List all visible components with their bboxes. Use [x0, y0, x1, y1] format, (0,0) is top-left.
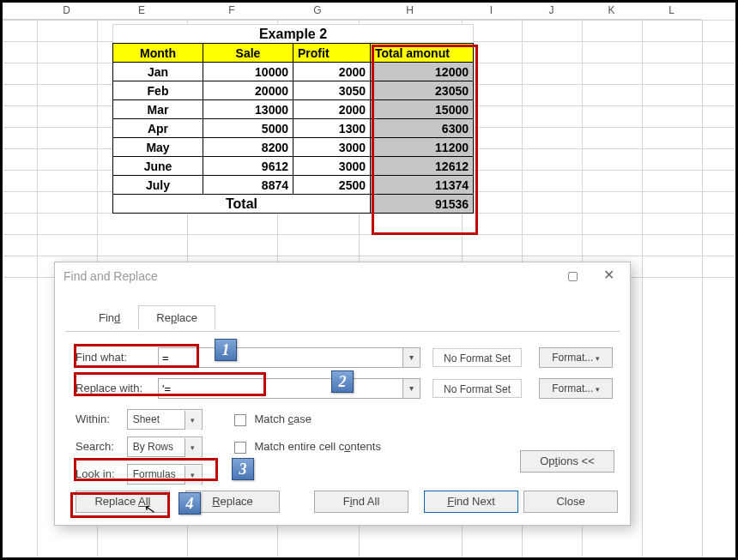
find-what-dropdown-icon[interactable]: ▾ [403, 347, 420, 368]
callout-number-4: 4 [178, 492, 201, 515]
match-case-checkbox[interactable] [234, 414, 246, 426]
header-profit: Profit [293, 44, 371, 63]
close-button[interactable]: Close [523, 491, 618, 513]
options-button[interactable]: Options << [520, 450, 614, 473]
cell-month[interactable]: Mar [113, 100, 203, 119]
tab-replace[interactable]: Replace [138, 305, 215, 330]
cell-month[interactable]: Apr [113, 119, 203, 138]
find-next-button[interactable]: Find Next [424, 491, 518, 513]
cell-month[interactable]: July [113, 176, 203, 195]
col-header[interactable]: G [277, 3, 359, 20]
cell-profit[interactable]: 3050 [293, 81, 371, 100]
cell-profit[interactable]: 3000 [293, 138, 371, 157]
col-header[interactable]: H [359, 3, 462, 20]
cell-month[interactable]: May [113, 138, 203, 157]
find-replace-dialog: Find and Replace ▢ ✕ Find Replace Find w… [54, 262, 631, 526]
cell-total[interactable]: 12000 [371, 63, 474, 81]
cell-month[interactable]: Jan [113, 63, 203, 81]
table-row[interactable]: Apr500013006300 [113, 119, 474, 138]
table-footer-row: Total 91536 [113, 195, 474, 214]
footer-total: 91536 [371, 195, 474, 214]
col-header[interactable]: K [582, 3, 642, 20]
close-icon[interactable]: ✕ [590, 264, 626, 286]
callout-number-1: 1 [215, 339, 237, 361]
match-entire-label: Match entire cell contents [255, 440, 381, 453]
find-format-status: No Format Set [433, 348, 522, 367]
cell-total[interactable]: 6300 [371, 119, 474, 138]
column-header-row: D E F G H I J K L [3, 3, 702, 20]
cell-profit[interactable]: 2000 [293, 100, 371, 119]
col-header[interactable]: L [642, 3, 702, 20]
dialog-title: Find and Replace [64, 269, 158, 283]
table-row[interactable]: June9612300012612 [113, 157, 474, 176]
search-select[interactable]: By Rows [127, 437, 203, 457]
dialog-tabs: Find Replace [81, 305, 215, 330]
cell-sale[interactable]: 8874 [203, 176, 293, 195]
cell-profit[interactable]: 3000 [293, 157, 371, 176]
look-in-label: Look in: [76, 464, 124, 480]
table-title-row: Example 2 [113, 25, 474, 44]
table-header-row: Month Sale Profit Total amonut [113, 44, 474, 63]
header-sale: Sale [203, 44, 293, 63]
cell-sale[interactable]: 20000 [203, 81, 293, 100]
find-format-button[interactable]: Format... [539, 347, 613, 368]
within-select[interactable]: Sheet [127, 409, 203, 430]
replace-with-input[interactable] [158, 378, 403, 399]
col-header[interactable]: F [187, 3, 277, 20]
cell-sale[interactable]: 13000 [203, 100, 293, 119]
data-table[interactable]: Example 2 Month Sale Profit Total amonut… [112, 24, 474, 214]
cell-total[interactable]: 11200 [371, 138, 474, 157]
header-month: Month [113, 44, 203, 63]
table-row[interactable]: May8200300011200 [113, 138, 474, 157]
header-total: Total amonut [371, 44, 474, 63]
col-header[interactable]: I [462, 3, 522, 20]
replace-format-button[interactable]: Format... [539, 378, 613, 399]
find-what-input[interactable] [158, 347, 403, 368]
footer-label: Total [113, 195, 371, 214]
table-row[interactable]: Feb20000305023050 [113, 81, 474, 100]
cell-profit[interactable]: 1300 [293, 119, 371, 138]
look-in-select[interactable]: Formulas [127, 464, 203, 485]
table-title: Example 2 [113, 25, 474, 44]
maximize-icon[interactable]: ▢ [554, 264, 590, 286]
find-all-button[interactable]: Find All [314, 491, 408, 513]
cell-total[interactable]: 23050 [371, 81, 474, 100]
cell-profit[interactable]: 2000 [293, 63, 371, 81]
table-row[interactable]: July8874250011374 [113, 176, 474, 195]
col-header[interactable]: D [37, 3, 97, 20]
within-label: Within: [76, 409, 124, 425]
cell-sale[interactable]: 9612 [203, 157, 293, 176]
cell-sale[interactable]: 8200 [203, 138, 293, 157]
cell-total[interactable]: 12612 [371, 157, 474, 176]
cell-sale[interactable]: 10000 [203, 63, 293, 81]
cell-month[interactable]: Feb [113, 81, 203, 100]
col-header[interactable]: J [522, 3, 582, 20]
cell-sale[interactable]: 5000 [203, 119, 293, 138]
table-row[interactable]: Mar13000200015000 [113, 100, 474, 119]
replace-with-dropdown-icon[interactable]: ▾ [403, 378, 420, 399]
col-header[interactable]: E [97, 3, 187, 20]
cell-month[interactable]: June [113, 157, 203, 176]
table-row[interactable]: Jan10000200012000 [113, 63, 474, 81]
cell-total[interactable]: 15000 [371, 100, 474, 119]
dialog-panel: Find what: ▾ No Format Set Format... Rep… [65, 331, 620, 482]
cell-total[interactable]: 11374 [371, 176, 474, 195]
match-entire-checkbox[interactable] [234, 442, 246, 454]
match-case-label: Match case [255, 412, 312, 425]
replace-all-button[interactable]: Replace All [76, 491, 170, 513]
callout-number-2: 2 [331, 370, 354, 393]
find-what-label: Find what: [76, 347, 146, 364]
callout-number-3: 3 [232, 458, 254, 480]
cell-profit[interactable]: 2500 [293, 176, 371, 195]
tab-find[interactable]: Find [81, 305, 138, 330]
replace-format-status: No Format Set [433, 379, 522, 398]
replace-with-label: Replace with: [76, 378, 146, 394]
search-label: Search: [76, 437, 124, 453]
